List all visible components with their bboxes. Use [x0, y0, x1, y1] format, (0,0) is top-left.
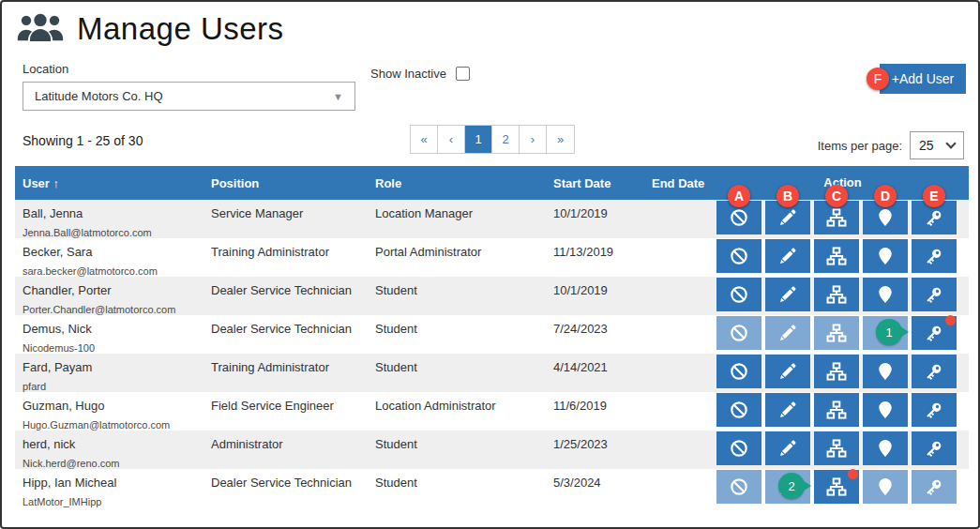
key-action-button[interactable] — [912, 393, 957, 427]
page-2-button[interactable]: 2 — [492, 126, 520, 153]
position-cell: Dealer Service Technician — [204, 315, 368, 354]
notification-dot — [945, 315, 956, 325]
pencil-action-button[interactable] — [765, 393, 810, 427]
table-row: herd, nick Nick.herd@reno.com Administra… — [15, 431, 969, 469]
position-cell: Training Administrator — [204, 354, 368, 392]
page-1-button[interactable]: 1 — [465, 126, 492, 153]
role-cell: Location Administrator — [368, 392, 546, 431]
sitemap-icon — [826, 284, 847, 305]
annotation-callout-2: 2 — [778, 473, 805, 499]
location-pin-action-button[interactable] — [863, 239, 908, 273]
user-username: Jenna.Ball@latmotorco.com — [23, 227, 204, 238]
row-actions — [716, 277, 969, 315]
chevron-down-icon — [945, 138, 956, 148]
column-header-start-date[interactable]: Start Date — [546, 176, 644, 190]
column-header-position[interactable]: Position — [204, 176, 368, 190]
role-cell: Student — [368, 277, 546, 315]
items-per-page-select[interactable]: 25 — [910, 131, 964, 159]
next-page-button[interactable]: › — [520, 126, 547, 153]
show-inactive-checkbox[interactable] — [456, 67, 470, 81]
ban-action-button — [716, 470, 761, 504]
ban-action-button[interactable] — [716, 393, 761, 427]
pencil-icon — [777, 246, 798, 266]
sitemap-action-button — [814, 316, 859, 350]
pencil-action-button[interactable] — [765, 355, 810, 388]
role-cell: Location Manager — [368, 200, 546, 238]
key-action-button[interactable] — [912, 239, 957, 273]
start-date-cell: 1/25/2023 — [546, 431, 644, 469]
pencil-action-button — [765, 316, 810, 350]
first-page-button[interactable]: « — [411, 126, 438, 153]
location-select[interactable]: Latitude Motors Co. HQ ▼ — [23, 82, 355, 111]
sitemap-action-button[interactable] — [814, 431, 859, 465]
key-icon — [924, 476, 944, 497]
position-cell: Field Service Engineer — [204, 392, 368, 431]
annotation-callout-1: 1 — [876, 319, 902, 345]
row-actions — [716, 354, 969, 392]
location-pin-action-button[interactable] — [863, 355, 908, 388]
column-header-user[interactable]: User ↑ — [15, 176, 204, 190]
sitemap-action-button[interactable] — [814, 278, 859, 311]
location-pin-icon — [875, 246, 896, 266]
pencil-action-button[interactable] — [765, 278, 810, 311]
location-pin-action-button[interactable] — [863, 278, 908, 311]
table-row: Becker, Sara sara.becker@latmotorco.com … — [15, 238, 969, 277]
sitemap-action-button[interactable] — [814, 355, 859, 388]
page-header: Manage Users — [17, 11, 284, 47]
row-actions — [716, 238, 969, 277]
pencil-icon — [777, 400, 798, 420]
key-action-button[interactable] — [912, 316, 957, 350]
key-action-button[interactable] — [912, 355, 957, 388]
items-per-page-control: Items per page: 25 — [818, 131, 964, 159]
row-actions: 2 — [716, 469, 969, 507]
location-pin-action-button[interactable] — [863, 431, 908, 465]
ban-action-button[interactable] — [716, 278, 761, 311]
pencil-action-button[interactable] — [765, 431, 810, 465]
end-date-cell — [644, 469, 716, 507]
key-action-button[interactable] — [912, 431, 957, 465]
pencil-icon — [777, 284, 798, 305]
key-action-button — [912, 470, 957, 504]
sitemap-action-button[interactable] — [814, 470, 859, 504]
annotation-badge-b: B — [776, 185, 799, 207]
user-username: Nicodemus-100 — [23, 342, 204, 354]
user-cell: Hipp, Ian Micheal LatMotor_IMHipp — [15, 469, 204, 507]
ban-action-button[interactable] — [716, 355, 761, 388]
row-actions: 1 — [716, 315, 969, 354]
sitemap-action-button[interactable] — [814, 393, 859, 427]
end-date-cell — [644, 277, 716, 315]
sitemap-action-button[interactable] — [814, 239, 859, 273]
pencil-action-button[interactable] — [765, 239, 810, 273]
users-icon — [17, 11, 64, 47]
start-date-cell: 11/13/2019 — [546, 238, 644, 277]
column-header-role[interactable]: Role — [368, 176, 546, 190]
ban-action-button[interactable] — [716, 239, 761, 273]
position-cell: Training Administrator — [204, 238, 368, 277]
user-username: Nick.herd@reno.com — [23, 458, 204, 469]
ban-icon — [729, 476, 749, 497]
user-name: Ball, Jenna — [23, 206, 204, 220]
user-username: LatMotor_IMHipp — [23, 496, 204, 507]
items-per-page-label: Items per page: — [818, 139, 902, 153]
location-pin-action-button[interactable] — [863, 393, 908, 427]
prev-page-button[interactable]: ‹ — [438, 126, 465, 153]
user-username: Porter.Chandler@latmotorco.com — [23, 304, 204, 315]
location-selected-value: Latitude Motors Co. HQ — [35, 89, 163, 103]
key-icon — [924, 246, 944, 266]
key-action-button[interactable] — [912, 278, 957, 311]
key-icon — [924, 361, 944, 382]
end-date-cell — [644, 315, 716, 354]
ban-action-button[interactable] — [716, 431, 761, 465]
last-page-button[interactable]: » — [547, 126, 574, 153]
user-cell: Chandler, Porter Porter.Chandler@latmoto… — [15, 277, 204, 315]
start-date-cell: 7/24/2023 — [546, 315, 644, 354]
column-header-end-date[interactable]: End Date — [644, 176, 716, 190]
annotation-badge-e: E — [923, 185, 945, 207]
position-cell: Dealer Service Technician — [204, 469, 368, 507]
users-table: User ↑ Position Role Start Date End Date… — [15, 166, 969, 507]
pencil-icon — [777, 438, 798, 459]
add-user-button[interactable]: +Add User — [880, 64, 966, 94]
row-actions — [716, 392, 969, 431]
user-name: Becker, Sara — [23, 245, 204, 259]
sitemap-icon — [826, 361, 847, 382]
